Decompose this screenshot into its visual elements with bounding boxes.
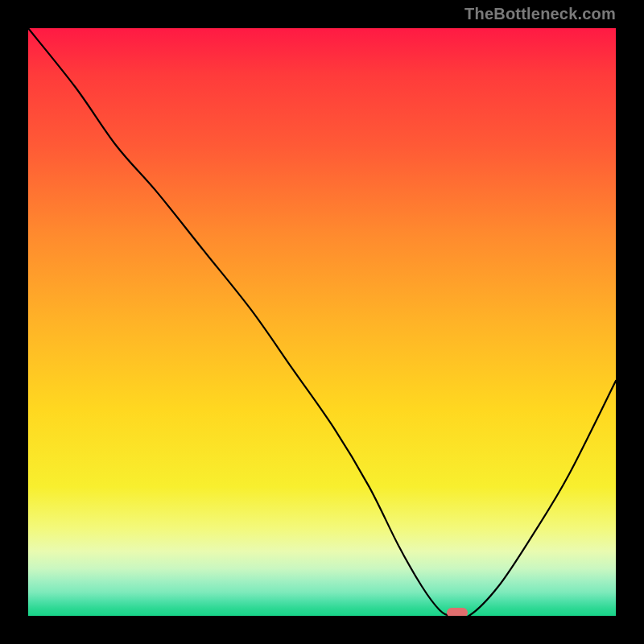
- bottleneck-curve: [28, 28, 616, 616]
- optimal-point-marker: [447, 608, 468, 616]
- chart-frame: TheBottleneck.com: [0, 0, 644, 644]
- watermark-text: TheBottleneck.com: [464, 5, 616, 23]
- plot-area: [28, 28, 616, 616]
